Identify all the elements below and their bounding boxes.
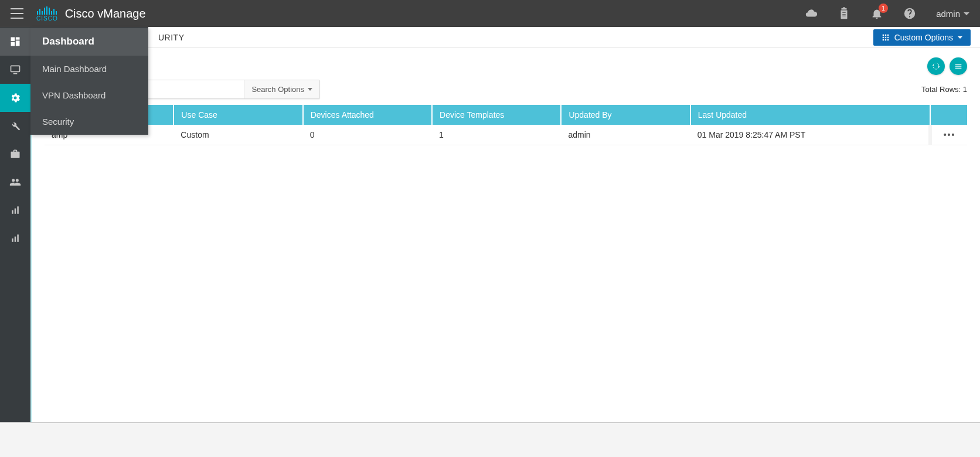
cisco-wordmark: CISCO <box>36 16 58 21</box>
dashboard-flyout: Dashboard Main Dashboard VPN Dashboard S… <box>30 27 148 135</box>
flyout-item-security[interactable]: Security <box>30 108 148 135</box>
caret-down-icon <box>958 36 962 39</box>
cisco-logo: CISCO <box>36 6 58 21</box>
data-table: Description Use Case Devices Attached De… <box>45 105 967 145</box>
total-rows-label: Total Rows: 1 <box>921 85 967 94</box>
col-last-updated[interactable]: Last Updated <box>690 105 930 125</box>
svg-rect-0 <box>11 37 15 42</box>
bell-icon[interactable]: 1 <box>870 7 883 20</box>
row-actions-button[interactable]: ••• <box>930 125 967 145</box>
custom-options-button[interactable]: Custom Options <box>873 29 971 46</box>
grid-icon <box>882 33 890 42</box>
svg-rect-8 <box>17 206 19 214</box>
content-body: Search Options Total Rows: 1 Description… <box>32 48 980 422</box>
sidebar-item-tools[interactable] <box>0 112 30 140</box>
svg-rect-19 <box>884 39 886 40</box>
figure-id-label: 369309 <box>978 380 980 422</box>
svg-rect-11 <box>17 234 19 242</box>
svg-rect-18 <box>882 39 883 40</box>
app-title: Cisco vManage <box>65 7 146 21</box>
search-options-label: Search Options <box>251 85 304 94</box>
svg-rect-10 <box>15 237 16 242</box>
notification-badge: 1 <box>879 4 888 13</box>
list-menu-button[interactable] <box>950 57 967 75</box>
flyout-item-main-dashboard[interactable]: Main Dashboard <box>30 56 148 82</box>
sidebar-item-administration[interactable] <box>0 168 30 196</box>
sidebar-item-maintenance[interactable] <box>0 140 30 168</box>
cell-use-case: Custom <box>173 125 302 145</box>
help-icon[interactable] <box>903 7 916 20</box>
top-bar: CISCO Cisco vManage 1 admin <box>0 0 980 27</box>
ellipsis-icon: ••• <box>944 130 956 139</box>
col-use-case[interactable]: Use Case <box>173 105 302 125</box>
user-label: admin <box>936 9 960 19</box>
col-devices-attached[interactable]: Devices Attached <box>303 105 432 125</box>
menu-toggle-icon[interactable] <box>11 8 23 19</box>
cell-updated-by: admin <box>561 125 690 145</box>
sidebar-item-monitor[interactable] <box>0 56 30 84</box>
svg-rect-2 <box>16 40 20 46</box>
svg-rect-14 <box>887 34 889 35</box>
svg-rect-16 <box>884 36 886 37</box>
sidebar-item-configuration[interactable] <box>0 84 30 112</box>
svg-rect-1 <box>16 37 20 40</box>
svg-rect-23 <box>955 68 962 69</box>
flyout-item-vpn-dashboard[interactable]: VPN Dashboard <box>30 82 148 108</box>
svg-rect-6 <box>12 210 13 214</box>
svg-rect-20 <box>887 39 889 40</box>
svg-rect-21 <box>955 64 962 64</box>
content-area: URITY Custom Options Search Options <box>30 27 980 422</box>
cell-last-updated: 01 Mar 2019 8:25:47 AM PST <box>690 125 930 145</box>
user-menu[interactable]: admin <box>936 9 969 19</box>
svg-rect-4 <box>11 66 20 71</box>
refresh-button[interactable] <box>927 57 945 75</box>
chevron-down-icon <box>308 88 312 91</box>
col-device-templates[interactable]: Device Templates <box>432 105 561 125</box>
svg-rect-15 <box>882 36 883 37</box>
flyout-title: Dashboard <box>30 28 148 56</box>
breadcrumb-bar: URITY Custom Options <box>32 27 980 48</box>
sidebar-item-dashboard[interactable] <box>0 28 30 56</box>
custom-options-label: Custom Options <box>894 33 953 42</box>
col-updated-by[interactable]: Updated By <box>561 105 690 125</box>
sidebar <box>0 27 30 422</box>
sidebar-item-analytics-b[interactable] <box>0 224 30 253</box>
svg-rect-12 <box>882 34 883 35</box>
svg-rect-7 <box>15 209 16 214</box>
svg-rect-9 <box>12 238 13 242</box>
clipboard-icon[interactable] <box>838 7 850 20</box>
frame-divider <box>0 422 980 423</box>
col-actions <box>930 105 967 125</box>
svg-rect-22 <box>955 66 962 66</box>
table-row[interactable]: amp Custom 0 1 admin 01 Mar 2019 8:25:47… <box>45 125 967 145</box>
cell-device-templates: 1 <box>432 125 561 145</box>
cell-devices-attached: 0 <box>303 125 432 145</box>
caret-down-icon <box>964 12 969 15</box>
svg-rect-13 <box>884 34 886 35</box>
svg-rect-17 <box>887 36 889 37</box>
search-options-dropdown[interactable]: Search Options <box>244 80 319 98</box>
cloud-icon[interactable] <box>805 7 818 20</box>
sidebar-item-analytics-a[interactable] <box>0 196 30 224</box>
svg-rect-3 <box>11 42 15 46</box>
table-header-row: Description Use Case Devices Attached De… <box>45 105 967 125</box>
logo-block: CISCO Cisco vManage <box>36 6 146 21</box>
